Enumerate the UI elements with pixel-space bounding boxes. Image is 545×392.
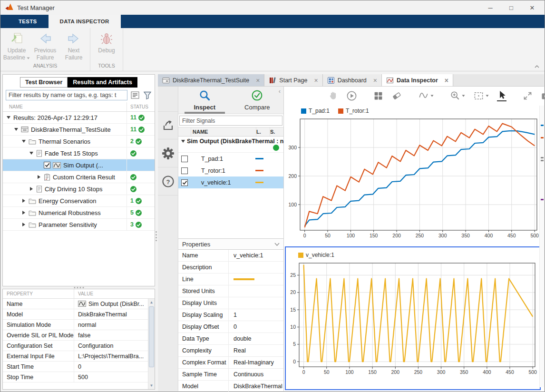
bottom-chart-selected[interactable]: v_vehicle:105010015020025030035040045050…	[285, 246, 541, 390]
previous-failure-button[interactable]: PreviousFailure	[31, 31, 59, 61]
signal-property-value[interactable]: DiskBrakeThermal	[229, 383, 283, 390]
results-filter-input[interactable]	[6, 90, 127, 100]
close-tab-icon[interactable]: ×	[445, 77, 448, 84]
filter-icon[interactable]	[143, 91, 152, 99]
legend-item[interactable]: T_pad:1	[301, 108, 330, 114]
tree-row[interactable]: Results: 2026-Apr-17 12:29:1711	[3, 112, 155, 124]
layout-grid-button[interactable]	[373, 91, 383, 101]
scroll-down-icon[interactable]: ▼	[148, 382, 155, 389]
tab-tests[interactable]: TESTS	[7, 15, 49, 28]
minimized-signal-strip[interactable]	[539, 106, 544, 387]
scroll-up-icon[interactable]: ▲	[148, 299, 155, 306]
expander-icon[interactable]	[29, 187, 34, 191]
help-button[interactable]: ?	[158, 167, 178, 196]
signal-row[interactable]: v_vehicle:1	[178, 176, 283, 188]
signal-checkbox[interactable]	[181, 156, 188, 162]
signal-property-value[interactable]: Real	[229, 347, 283, 354]
expander-icon[interactable]	[6, 116, 11, 119]
dropdown-caret-icon[interactable]	[462, 95, 465, 97]
signal-property-value[interactable]: 0	[229, 323, 283, 330]
legend-item[interactable]: T_rotor:1	[338, 108, 369, 114]
minimize-button[interactable]: ─	[480, 0, 501, 15]
svg-text:500: 500	[528, 369, 537, 375]
signal-property-value[interactable]: v_vehicle:1	[229, 252, 283, 259]
scrollbar-thumb[interactable]	[149, 306, 154, 367]
legend-item[interactable]: v_vehicle:1	[298, 252, 334, 258]
signal-property-value[interactable]: double	[229, 335, 283, 342]
next-failure-button[interactable]: NextFailure	[59, 31, 88, 61]
signal-checkbox[interactable]	[181, 179, 188, 186]
tree-row[interactable]: Custom Criteria Result	[3, 171, 155, 183]
saved-filters-icon[interactable]	[131, 91, 140, 99]
properties-scrollbar[interactable]: ▲ ▼	[148, 299, 155, 389]
expander-icon[interactable]	[13, 128, 19, 131]
data-inspector-icon	[386, 77, 394, 84]
export-button[interactable]	[158, 111, 178, 139]
legend-swatch-icon	[301, 108, 306, 114]
tree-row[interactable]: Sim Output (...	[3, 159, 155, 171]
property-column-header: PROPERTY	[3, 289, 74, 298]
tree-row[interactable]: Fade Test 15 Stops	[3, 147, 155, 159]
dropdown-caret-icon[interactable]	[486, 95, 489, 97]
signal-property-value[interactable]: Real-Imaginary	[229, 359, 283, 366]
titlebar: Test Manager ─ □ ✕	[0, 0, 545, 15]
signal-wave-button[interactable]	[418, 90, 434, 101]
expander-icon[interactable]	[21, 211, 26, 215]
expand-button[interactable]	[523, 91, 533, 101]
dropdown-caret-icon[interactable]	[430, 95, 434, 97]
doc-tab-diskbrakethermal-testsuite[interactable]: DiskBrakeThermal_TestSuite×	[158, 74, 264, 86]
tab-inspect[interactable]: Inspect	[178, 87, 231, 114]
dropdown-caret-icon	[27, 57, 30, 59]
vertical-splitter-handle[interactable]	[156, 231, 157, 241]
doc-tab-data-inspector[interactable]: Data Inspector×	[382, 74, 453, 86]
close-tab-icon[interactable]: ×	[373, 77, 377, 84]
tree-row[interactable]: Parameter Sensitivity3	[3, 219, 155, 231]
filter-signals-input[interactable]	[179, 116, 282, 126]
close-button[interactable]: ✕	[522, 0, 543, 15]
tab-results-and-artifacts[interactable]: Results and Artifacts	[68, 77, 137, 88]
tab-compare[interactable]: Compare	[231, 87, 284, 114]
maximize-button[interactable]: □	[501, 0, 522, 15]
tree-row[interactable]: Energy Conservation1	[3, 195, 155, 207]
collapse-panel-icon[interactable]: ‹	[279, 88, 281, 95]
tree-row[interactable]: DiskBrakeThermal_TestSuite11	[3, 124, 155, 136]
update-baseline-button[interactable]: UpdateBaseline	[2, 31, 31, 61]
settings-button[interactable]	[158, 139, 178, 167]
tree-row[interactable]: Numerical Robustness5	[3, 207, 155, 219]
tab-test-browser[interactable]: Test Browser	[20, 77, 68, 88]
signal-properties-header[interactable]: Properties	[178, 238, 283, 250]
expander-icon[interactable]	[36, 175, 41, 179]
doc-tab-start-page[interactable]: Start Page×	[264, 74, 322, 86]
close-tab-icon[interactable]: ×	[314, 77, 318, 84]
zoom-in-button[interactable]	[450, 90, 465, 101]
tab-data-inspector[interactable]: DATA INSPECTOR	[49, 15, 121, 28]
signal-row[interactable]: T_rotor:1	[178, 165, 283, 176]
status-cell: 3	[127, 221, 155, 228]
signal-property-row: Description	[178, 262, 283, 274]
doc-tab-dashboard[interactable]: Dashboard×	[323, 74, 382, 86]
replay-button[interactable]	[346, 90, 357, 101]
tree-row[interactable]: Thermal Scenarios2	[3, 136, 155, 147]
signal-group-row[interactable]: Sim Output (DiskBrakeThermal : no	[178, 137, 283, 153]
clear-button[interactable]	[391, 90, 402, 101]
cursor-button[interactable]	[497, 90, 506, 101]
snapshot-button[interactable]	[541, 91, 545, 100]
expander-icon[interactable]	[29, 152, 34, 155]
signal-checkbox[interactable]	[181, 167, 188, 174]
signal-property-value[interactable]	[229, 278, 283, 280]
debug-button[interactable]: Debug	[92, 31, 121, 54]
chart-plot[interactable]: 050100150200250300350400450500100200300	[286, 116, 540, 244]
signal-property-value[interactable]: 1	[229, 312, 283, 318]
ribbon-group-analysis: UpdateBaseline PreviousFailureNextFailur…	[0, 28, 90, 71]
signal-property-value[interactable]: Continuous	[229, 371, 283, 378]
collapse-ribbon-icon[interactable]	[534, 63, 540, 70]
row-checkbox[interactable]	[44, 162, 50, 168]
tree-row[interactable]: City Driving 10 Stops	[3, 183, 155, 195]
expander-icon[interactable]	[21, 223, 26, 226]
close-tab-icon[interactable]: ×	[256, 77, 260, 84]
signal-row[interactable]: T_pad:1	[178, 153, 283, 165]
expander-icon[interactable]	[21, 199, 26, 203]
fit-to-view-button[interactable]	[473, 91, 489, 101]
expander-icon[interactable]	[21, 140, 26, 143]
chart-plot[interactable]: 0501001502002503003504004505000510152025	[286, 260, 538, 380]
